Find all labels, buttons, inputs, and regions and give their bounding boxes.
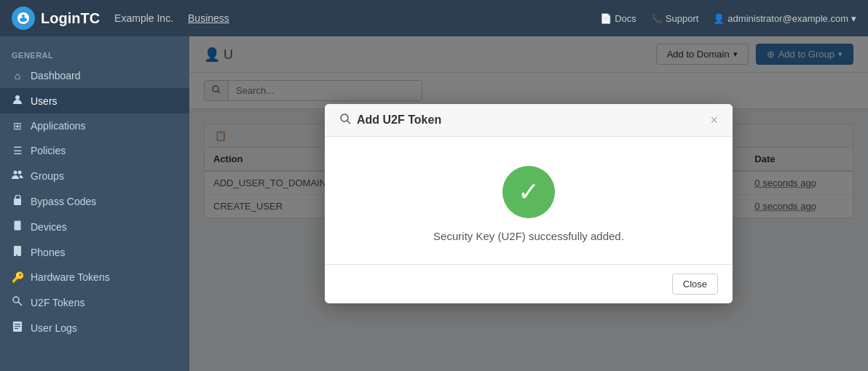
sidebar-item-label: Applications: [31, 120, 86, 132]
brand-logo[interactable]: LoginTC: [12, 7, 100, 30]
svg-line-7: [18, 302, 22, 306]
sidebar: GENERAL ⌂ Dashboard Users ⊞ Applications…: [0, 36, 189, 371]
modal-body: ✓ Security Key (U2F) successfully added.: [325, 137, 733, 264]
sidebar-item-label: Devices: [31, 221, 67, 233]
modal-header: Add U2F Token ×: [325, 104, 733, 137]
modal-title: Add U2F Token: [339, 113, 441, 127]
sidebar-item-label: Groups: [31, 170, 64, 182]
applications-icon: ⊞: [12, 120, 23, 132]
sidebar-item-label: User Logs: [31, 322, 77, 334]
navbar-business-link[interactable]: Business: [188, 12, 229, 24]
navbar-org: Example Inc.: [114, 12, 173, 24]
docs-icon: 📄: [600, 13, 612, 24]
u2f-tokens-icon: [12, 296, 23, 308]
sidebar-item-u2f-tokens[interactable]: U2F Tokens: [0, 290, 189, 315]
svg-rect-3: [14, 199, 21, 205]
dashboard-icon: ⌂: [12, 70, 23, 81]
sidebar-item-policies[interactable]: ☰ Policies: [0, 138, 189, 163]
svg-point-5: [17, 228, 18, 230]
sidebar-item-label: U2F Tokens: [31, 297, 84, 308]
policies-icon: ☰: [12, 145, 23, 156]
navbar: LoginTC Example Inc. Business 📄 Docs 📞 S…: [0, 0, 868, 36]
sidebar-item-label: Users: [31, 95, 58, 107]
sidebar-item-groups[interactable]: Groups: [0, 163, 189, 188]
modal-footer: Close: [325, 264, 733, 303]
modal: Add U2F Token × ✓ Security Key (U2F) suc…: [325, 104, 733, 303]
modal-close-button[interactable]: Close: [672, 274, 718, 295]
docs-link[interactable]: 📄 Docs: [600, 13, 636, 24]
sidebar-item-label: Bypass Codes: [31, 196, 96, 207]
svg-point-0: [15, 95, 20, 100]
groups-icon: [12, 169, 23, 182]
brand-name: LoginTC: [41, 10, 100, 27]
main-content: 👤 U Add to Domain ⊕ Add to Group 📋: [189, 36, 868, 371]
sidebar-item-phones[interactable]: Phones: [0, 239, 189, 265]
phones-icon: [12, 246, 23, 258]
sidebar-item-user-logs[interactable]: User Logs: [0, 315, 189, 340]
sidebar-item-bypass-codes[interactable]: Bypass Codes: [0, 188, 189, 214]
sidebar-item-label: Phones: [31, 247, 65, 258]
svg-point-1: [14, 171, 17, 175]
hardware-tokens-icon: 🔑: [12, 271, 23, 283]
modal-title-icon: [339, 113, 351, 127]
support-icon: 📞: [651, 13, 663, 24]
brand-icon: [12, 7, 35, 30]
sidebar-item-label: Hardware Tokens: [31, 271, 110, 283]
modal-overlay: Add U2F Token × ✓ Security Key (U2F) suc…: [189, 36, 868, 371]
navbar-right: 📄 Docs 📞 Support 👤 administrator@example…: [600, 13, 856, 24]
user-icon: 👤: [713, 13, 725, 24]
bypass-codes-icon: [12, 195, 23, 207]
svg-point-2: [18, 171, 22, 175]
checkmark-icon: ✓: [518, 179, 540, 205]
user-logs-icon: [12, 322, 23, 334]
sidebar-item-dashboard[interactable]: ⌂ Dashboard: [0, 63, 189, 88]
layout: GENERAL ⌂ Dashboard Users ⊞ Applications…: [0, 36, 868, 371]
sidebar-item-label: Dashboard: [31, 70, 81, 81]
svg-rect-10: [15, 326, 20, 327]
sidebar-item-users[interactable]: Users: [0, 88, 189, 113]
modal-close-x-button[interactable]: ×: [710, 113, 718, 127]
sidebar-item-applications[interactable]: ⊞ Applications: [0, 113, 189, 138]
svg-rect-9: [15, 324, 20, 324]
success-icon: ✓: [502, 166, 555, 218]
modal-success-text: Security Key (U2F) successfully added.: [433, 230, 624, 242]
sidebar-item-label: Policies: [31, 145, 66, 156]
users-icon: [12, 95, 23, 107]
devices-icon: [12, 220, 23, 233]
sidebar-item-devices[interactable]: Devices: [0, 214, 189, 239]
svg-point-6: [13, 297, 19, 303]
user-menu[interactable]: 👤 administrator@example.com ▾: [713, 13, 856, 24]
svg-point-14: [341, 114, 348, 121]
svg-line-15: [347, 121, 350, 124]
sidebar-section-title: GENERAL: [0, 44, 189, 63]
support-link[interactable]: 📞 Support: [651, 13, 699, 24]
svg-rect-11: [15, 328, 18, 329]
caret-icon: ▾: [851, 13, 856, 24]
sidebar-item-hardware-tokens[interactable]: 🔑 Hardware Tokens: [0, 265, 189, 290]
